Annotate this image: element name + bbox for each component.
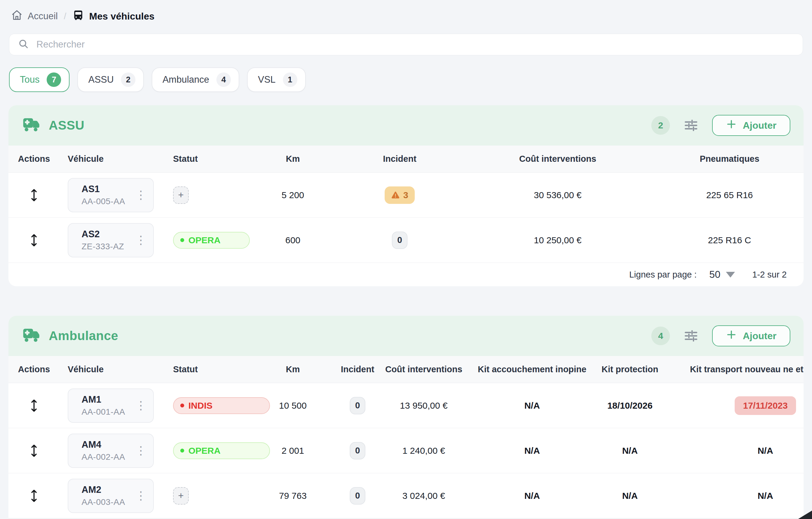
resize-corner-handle: [798, 511, 812, 519]
filter-chip-count: 4: [216, 72, 231, 87]
col-actions: Actions: [8, 154, 60, 164]
col-cout: Coût interventions: [379, 364, 469, 374]
rows-per-page-label: Lignes par page :: [629, 270, 697, 280]
vehicle-card[interactable]: AM4 AA-002-AA ⋮: [68, 434, 154, 468]
col-incident: Incident: [340, 154, 460, 164]
plus-icon: [726, 119, 737, 132]
breadcrumb-home-link[interactable]: Accueil: [11, 9, 58, 24]
filter-chip-vsl[interactable]: VSL 1: [247, 67, 306, 92]
filter-chips: Tous 7 ASSU 2 Ambulance 4 VSL 1: [9, 67, 803, 92]
drag-handle[interactable]: [8, 443, 60, 459]
ambulance-section-title: Ambulance: [49, 329, 118, 343]
incident-zero-badge[interactable]: 0: [350, 397, 366, 415]
incident-zero-badge[interactable]: 0: [350, 442, 366, 459]
warning-triangle-icon: [391, 191, 400, 199]
ambulance-table-header: Actions Véhicule Statut Km Incident Coût…: [8, 356, 804, 383]
kit-transport-value: N/A: [665, 446, 804, 456]
col-statut: Statut: [165, 364, 249, 374]
incident-zero-badge[interactable]: 0: [392, 232, 407, 249]
kit-protection-value: N/A: [595, 446, 665, 456]
vehicle-icon: [72, 9, 84, 24]
col-cout: Coût interventions: [460, 154, 656, 164]
filter-chip-label: VSL: [258, 74, 276, 85]
filter-chip-label: Ambulance: [163, 74, 209, 85]
vehicle-plate: AA-001-AA: [82, 407, 135, 417]
km-value: 2 001: [249, 446, 337, 456]
filter-chip-label: ASSU: [88, 74, 113, 85]
col-km: Km: [246, 154, 340, 164]
drag-handle[interactable]: [8, 488, 60, 503]
pneumatiques-value: 225 R16 C: [656, 235, 804, 245]
drag-handle[interactable]: [8, 233, 60, 248]
ambulance-table-scroll[interactable]: Actions Véhicule Statut Km Incident Coût…: [8, 356, 804, 518]
vehicle-card[interactable]: AM2 AA-003-AA ⋮: [68, 479, 154, 513]
table-row: AM2 AA-003-AA ⋮ + 79 763 0 3 024,00 € N/…: [8, 473, 804, 518]
kit-accouchement-value: N/A: [469, 491, 595, 501]
page-title: Mes véhicules: [89, 11, 154, 22]
filter-chip-assu[interactable]: ASSU 2: [77, 67, 144, 92]
kit-protection-value: 18/10/2026: [595, 400, 665, 411]
column-settings-icon[interactable]: [683, 117, 699, 134]
km-value: 10 500: [249, 400, 337, 411]
kebab-menu-icon[interactable]: ⋮: [135, 400, 147, 410]
vehicle-plate: AA-003-AA: [82, 497, 135, 507]
search-input[interactable]: [36, 39, 794, 50]
plus-icon: [726, 329, 737, 342]
add-status-button[interactable]: +: [173, 186, 189, 204]
kebab-menu-icon[interactable]: ⋮: [135, 445, 147, 456]
column-settings-icon[interactable]: [683, 328, 699, 344]
home-icon: [11, 9, 23, 24]
rows-per-page-select[interactable]: 50: [709, 269, 721, 280]
ambulance-add-button[interactable]: Ajouter: [712, 325, 790, 346]
search-bar[interactable]: [9, 34, 803, 55]
col-pneumatiques: Pneumatiques: [656, 154, 804, 164]
col-statut: Statut: [165, 154, 246, 164]
incident-warning-badge[interactable]: 3: [385, 186, 415, 204]
kebab-menu-icon[interactable]: ⋮: [135, 235, 147, 245]
cost-value: 10 250,00 €: [460, 235, 656, 245]
filter-chip-count: 7: [47, 72, 61, 87]
status-dot: [180, 403, 184, 407]
kebab-menu-icon[interactable]: ⋮: [135, 490, 147, 501]
km-value: 600: [246, 235, 340, 245]
col-vehicule: Véhicule: [60, 364, 165, 374]
status-label: OPERA: [188, 446, 221, 456]
kit-protection-value: N/A: [595, 491, 665, 501]
filter-chip-ambulance[interactable]: Ambulance 4: [152, 67, 239, 92]
add-status-button[interactable]: +: [173, 487, 189, 505]
vehicle-name: AS2: [82, 229, 135, 240]
vehicle-name: AM1: [82, 394, 135, 405]
assu-add-button[interactable]: Ajouter: [712, 115, 790, 136]
ambulance-icon: [23, 117, 40, 133]
assu-section-header: ASSU 2 Ajouter: [8, 105, 804, 146]
breadcrumb: Accueil / Mes véhicules: [11, 9, 812, 24]
incident-count: 3: [403, 190, 408, 200]
incident-zero-badge[interactable]: 0: [350, 487, 366, 505]
vehicle-plate: AA-005-AA: [82, 197, 135, 206]
filter-chip-tous[interactable]: Tous 7: [9, 67, 69, 92]
vehicle-plate: AA-002-AA: [82, 452, 135, 462]
status-badge-opera[interactable]: OPERA: [173, 232, 250, 249]
col-incident: Incident: [337, 364, 379, 374]
drag-handle[interactable]: [8, 187, 60, 203]
vehicle-name: AS1: [82, 184, 135, 194]
ambulance-icon: [23, 328, 40, 344]
col-vehicule: Véhicule: [60, 154, 165, 164]
breadcrumb-home-label[interactable]: Accueil: [28, 11, 58, 22]
chevron-down-icon[interactable]: [726, 272, 735, 278]
drag-handle[interactable]: [8, 398, 60, 414]
col-kit-transport: Kit transport nouveau ne et nourriss: [665, 364, 804, 374]
cost-value: 1 240,00 €: [379, 446, 469, 456]
status-label: INDIS: [188, 400, 212, 411]
status-dot: [180, 238, 184, 242]
kebab-menu-icon[interactable]: ⋮: [135, 190, 147, 200]
vehicle-card[interactable]: AM1 AA-001-AA ⋮: [68, 389, 154, 423]
breadcrumb-separator: /: [64, 11, 66, 21]
vehicle-name: AM2: [82, 484, 135, 495]
status-label: OPERA: [188, 235, 221, 245]
ambulance-count-badge: 4: [651, 327, 670, 345]
status-dot: [180, 449, 184, 453]
kit-transport-value: N/A: [665, 491, 804, 501]
vehicle-card[interactable]: AS1 AA-005-AA ⋮: [68, 178, 154, 212]
vehicle-card[interactable]: AS2 ZE-333-AZ ⋮: [68, 223, 154, 257]
